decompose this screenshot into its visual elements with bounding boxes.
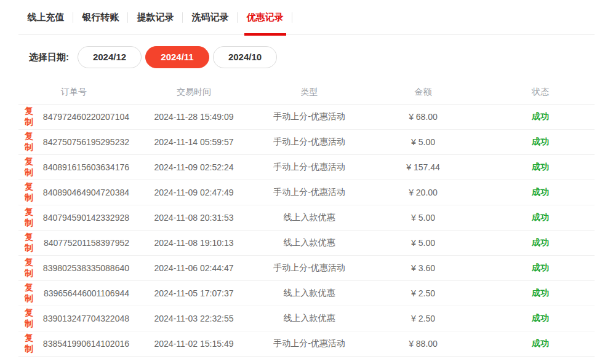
copy-button[interactable]: 复制 — [25, 282, 39, 304]
table-row: 复制 839656446001106944 2024-11-05 17:07:3… — [18, 281, 595, 306]
order-number: 842750756195295232 — [43, 137, 129, 147]
amount: ¥ 2.50 — [360, 314, 486, 323]
order-number: 839802538335088640 — [43, 263, 129, 273]
tab-online-recharge[interactable]: 线上充值 — [18, 0, 73, 34]
table-row: 复制 840890464904720384 2024-11-09 02:47:4… — [18, 180, 595, 205]
amount: ¥ 20.00 — [360, 188, 486, 197]
amount: ¥ 2.50 — [360, 288, 486, 298]
tab-bank-transfer[interactable]: 银行转账 — [73, 0, 128, 34]
copy-button[interactable]: 复制 — [25, 106, 38, 128]
table-row: 复制 839802538335088640 2024-11-06 02:44:4… — [18, 256, 595, 281]
copy-button[interactable]: 复制 — [25, 207, 38, 229]
transaction-time: 2024-11-09 02:47:49 — [129, 188, 258, 197]
copy-button[interactable]: 复制 — [25, 232, 39, 254]
transaction-type: 手动上分-优惠活动 — [258, 263, 360, 274]
header-time: 交易时间 — [129, 87, 258, 98]
table-row: 复制 840794590142332928 2024-11-08 20:31:5… — [18, 205, 595, 231]
order-number: 840775201158397952 — [44, 238, 129, 248]
status-badge: 成功 — [486, 187, 595, 198]
amount: ¥ 5.00 — [360, 213, 486, 223]
record-tabs: 线上充值 银行转账 提款记录 洗码记录 优惠记录 — [18, 0, 595, 35]
table-row: 复制 838541990614102016 2024-11-02 15:15:4… — [18, 331, 595, 357]
order-number: 839013247704322048 — [43, 314, 129, 323]
amount: ¥ 5.00 — [360, 137, 486, 147]
copy-button[interactable]: 复制 — [25, 156, 38, 178]
order-number: 840794590142332928 — [43, 213, 129, 223]
transaction-type: 手动上分-优惠活动 — [258, 338, 360, 349]
status-badge: 成功 — [486, 263, 595, 274]
transaction-time: 2024-11-08 20:31:53 — [129, 213, 258, 223]
copy-button[interactable]: 复制 — [25, 181, 38, 204]
transaction-time: 2024-11-09 02:52:24 — [129, 162, 258, 172]
status-badge: 成功 — [486, 313, 595, 324]
transaction-type: 线上入款优惠 — [258, 237, 360, 248]
transaction-time: 2024-11-02 15:15:49 — [129, 339, 258, 349]
transaction-type: 手动上分-优惠活动 — [258, 162, 360, 173]
status-badge: 成功 — [486, 212, 595, 223]
tab-rebate-records[interactable]: 洗码记录 — [183, 0, 238, 34]
order-number: 839656446001106944 — [44, 288, 129, 298]
transaction-type: 线上入款优惠 — [258, 313, 360, 324]
header-amount: 金额 — [360, 87, 486, 98]
order-number: 838541990614102016 — [43, 339, 129, 349]
transaction-type: 手动上分-优惠活动 — [258, 136, 360, 148]
transaction-time: 2024-11-08 19:10:13 — [129, 238, 258, 248]
transaction-time: 2024-11-14 05:59:57 — [129, 137, 258, 147]
status-badge: 成功 — [486, 111, 595, 122]
tab-withdrawal-records[interactable]: 提款记录 — [128, 0, 183, 34]
copy-button[interactable]: 复制 — [25, 307, 38, 330]
table-row: 复制 847972460220207104 2024-11-28 15:49:0… — [18, 105, 595, 130]
date-filter-label: 选择日期: — [29, 52, 69, 63]
transaction-time: 2024-11-05 17:07:37 — [129, 288, 258, 298]
transaction-time: 2024-11-06 02:44:47 — [129, 263, 258, 273]
table-header-row: 订单号 交易时间 类型 金额 状态 — [18, 80, 595, 105]
order-number: 840891615603634176 — [43, 162, 129, 172]
promo-records-table: 订单号 交易时间 类型 金额 状态 复制 847972460220207104 … — [18, 80, 595, 357]
status-badge: 成功 — [486, 288, 595, 299]
order-number: 847972460220207104 — [43, 112, 129, 122]
transaction-type: 手动上分-优惠活动 — [258, 111, 360, 122]
copy-button[interactable]: 复制 — [25, 131, 38, 153]
status-badge: 成功 — [486, 162, 595, 173]
amount: ¥ 88.00 — [360, 339, 486, 349]
amount: ¥ 157.44 — [360, 162, 486, 172]
date-filter: 选择日期: 2024/12 2024/11 2024/10 — [18, 46, 595, 68]
table-row: 复制 840891615603634176 2024-11-09 02:52:2… — [18, 155, 595, 180]
amount: ¥ 3.60 — [360, 263, 486, 273]
transaction-type: 线上入款优惠 — [258, 288, 360, 299]
table-row: 复制 839013247704322048 2024-11-03 22:32:5… — [18, 306, 595, 331]
transaction-time: 2024-11-28 15:49:09 — [129, 112, 258, 122]
amount: ¥ 5.00 — [360, 238, 486, 248]
status-badge: 成功 — [486, 237, 595, 248]
date-option-2024-12[interactable]: 2024/12 — [78, 46, 142, 68]
copy-button[interactable]: 复制 — [25, 257, 38, 279]
status-badge: 成功 — [486, 338, 595, 349]
transaction-time: 2024-11-03 22:32:55 — [129, 314, 258, 323]
transaction-type: 线上入款优惠 — [258, 212, 360, 223]
transaction-type: 手动上分-优惠活动 — [258, 187, 360, 198]
date-option-2024-11[interactable]: 2024/11 — [145, 46, 209, 68]
amount: ¥ 68.00 — [360, 112, 486, 122]
copy-button[interactable]: 复制 — [25, 333, 38, 355]
date-option-2024-10[interactable]: 2024/10 — [213, 46, 277, 68]
header-type: 类型 — [258, 87, 360, 98]
status-badge: 成功 — [486, 136, 595, 148]
order-number: 840890464904720384 — [43, 188, 129, 197]
table-row: 复制 842750756195295232 2024-11-14 05:59:5… — [18, 130, 595, 155]
table-row: 复制 840775201158397952 2024-11-08 19:10:1… — [18, 231, 595, 256]
header-status: 状态 — [486, 87, 595, 98]
tab-promo-records[interactable]: 优惠记录 — [238, 0, 292, 34]
header-order-no: 订单号 — [18, 87, 129, 98]
